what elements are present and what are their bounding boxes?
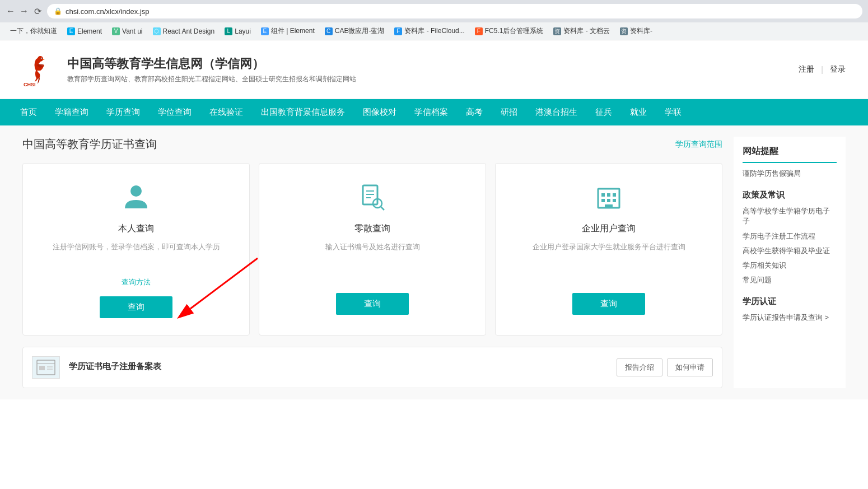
report-intro-btn[interactable]: 报告介绍 <box>617 358 662 376</box>
sidebar-cert-1[interactable]: 学历认证报告申请及查询 > <box>743 313 837 323</box>
bookmark-fc-favicon: F <box>475 27 483 35</box>
sidebar-policy-1[interactable]: 高等学校学生学籍学历电子子 <box>743 206 837 226</box>
bookmark-react-favicon: ⬡ <box>153 27 161 35</box>
bookmark-filecloud[interactable]: F 资料库 - FileCloud... <box>390 24 469 38</box>
bookmark-wky-label: 资料库 - 文档云 <box>563 26 610 36</box>
browser-chrome: ← → ⟳ 🔒 chsi.com.cn/xlcx/index.jsp <box>0 0 868 22</box>
bookmark-element[interactable]: E Element <box>63 25 106 38</box>
page-title-row: 中国高等教育学历证书查询 学历查询范围 <box>22 137 722 152</box>
svg-point-0 <box>38 56 43 62</box>
header-divider: | <box>821 65 823 74</box>
scattered-query-card: 零散查询 输入证书编号及姓名进行查询 查询 <box>259 163 486 336</box>
svg-rect-17 <box>613 199 616 202</box>
bookmark-element-label: Element <box>77 27 102 35</box>
bookmark-cae-favicon: C <box>325 27 333 35</box>
enterprise-query-btn[interactable]: 查询 <box>572 293 645 315</box>
policy-section: 政策及常识 高等学校学生学籍学历电子子 学历电子注册工作流程 高校学生获得学籍及… <box>743 190 837 285</box>
bottom-thumbnail <box>32 356 60 379</box>
nav-zhengbing[interactable]: 征兵 <box>586 99 621 125</box>
logo-area: CHSI 中国高等教育学生信息网（学信网） 教育部学历查询网站、教育部高校招生阳… <box>22 52 356 87</box>
personal-card-desc: 注册学信网账号，登录学信档案，即可查询本人学历 <box>53 241 220 268</box>
nav-abroad[interactable]: 出国教育背景信息服务 <box>252 99 354 125</box>
website-reminder-title: 网站提醒 <box>743 146 837 163</box>
logo-text-block: 中国高等教育学生信息网（学信网） 教育部学历查询网站、教育部高校招生阳光工程指定… <box>67 55 356 84</box>
svg-rect-12 <box>601 193 605 197</box>
register-link[interactable]: 注册 <box>799 64 814 74</box>
policy-title: 政策及常识 <box>743 190 837 201</box>
lock-icon: 🔒 <box>54 7 62 15</box>
back-icon[interactable]: ← <box>6 6 16 16</box>
sidebar-reminder-1[interactable]: 谨防学历售假骗局 <box>743 169 837 179</box>
reload-icon[interactable]: ⟳ <box>32 6 43 16</box>
scattered-query-btn[interactable]: 查询 <box>336 293 409 315</box>
enterprise-card-desc: 企业用户登录国家大学生就业服务平台进行查询 <box>533 241 685 268</box>
nav-xueli[interactable]: 学历查询 <box>97 99 149 125</box>
forward-icon[interactable]: → <box>19 6 29 16</box>
address-bar[interactable]: 🔒 chsi.com.cn/xlcx/index.jsp <box>47 4 862 18</box>
sidebar-policy-3[interactable]: 高校学生获得学籍及毕业证 <box>743 246 837 256</box>
bookmark-fc[interactable]: F FC5.1后台管理系统 <box>470 24 548 38</box>
bookmark-filecloud-label: 资料库 - FileCloud... <box>404 26 464 36</box>
header-actions: 注册 | 登录 <box>799 64 846 74</box>
bookmark-element2-label: 组件 | Element <box>271 26 315 36</box>
nav-verify[interactable]: 在线验证 <box>200 99 252 125</box>
nav-archive[interactable]: 学信档案 <box>405 99 457 125</box>
scattered-card-desc: 输入证书编号及姓名进行查询 <box>325 241 420 268</box>
svg-text:CHSI: CHSI <box>24 82 36 87</box>
bookmark-vant[interactable]: V Vant ui <box>108 25 147 38</box>
cert-section: 学历认证 学历认证报告申请及查询 > <box>743 296 837 323</box>
main-nav: 首页 学籍查询 学历查询 学位查询 在线验证 出国教育背景信息服务 图像校对 学… <box>0 99 868 125</box>
personal-query-link[interactable]: 查询方法 <box>122 277 151 287</box>
website-reminder-section: 网站提醒 谨防学历售假骗局 <box>743 146 837 179</box>
cards-container: 本人查询 注册学信网账号，登录学信档案，即可查询本人学历 查询方法 查询 <box>22 163 722 336</box>
how-to-apply-btn[interactable]: 如何申请 <box>667 358 713 376</box>
svg-rect-14 <box>613 193 616 197</box>
bookmark-blank[interactable]: 一下，你就知道 <box>6 24 62 38</box>
cert-title: 学历认证 <box>743 296 837 307</box>
nav-ganao[interactable]: 港澳台招生 <box>526 99 586 125</box>
enterprise-query-card: 企业用户查询 企业用户登录国家大学生就业服务平台进行查询 查询 <box>495 163 722 336</box>
svg-point-4 <box>130 185 142 197</box>
bookmark-blank-label: 一下，你就知道 <box>10 26 57 36</box>
nav-yanjia[interactable]: 研招 <box>492 99 526 125</box>
nav-xuewei[interactable]: 学位查询 <box>149 99 200 125</box>
bookmark-element2[interactable]: E 组件 | Element <box>256 24 319 38</box>
enterprise-icon <box>592 180 626 214</box>
nav-xuelian[interactable]: 学联 <box>656 99 690 125</box>
nav-home[interactable]: 首页 <box>11 99 46 125</box>
svg-point-2 <box>41 58 42 58</box>
bookmark-fc-label: FC5.1后台管理系统 <box>485 26 544 36</box>
bottom-section: 学历证书电子注册备案表 报告介绍 如何申请 <box>22 347 722 388</box>
site-subtitle: 教育部学历查询网站、教育部高校招生阳光工程指定网站、全国硕士研究生招报名和调剂指… <box>67 74 356 84</box>
bookmark-react[interactable]: ⬡ React Ant Design <box>148 25 220 38</box>
scattered-card-title: 零散查询 <box>354 223 390 235</box>
bookmark-vant-favicon: V <box>112 27 120 35</box>
bottom-title: 学历证书电子注册备案表 <box>69 361 161 372</box>
svg-rect-23 <box>39 366 45 370</box>
bookmark-layui[interactable]: L Layui <box>220 25 255 38</box>
sidebar-policy-4[interactable]: 学历相关知识 <box>743 260 837 271</box>
nav-image[interactable]: 图像校对 <box>354 99 405 125</box>
bottom-text-block: 学历证书电子注册备案表 <box>69 361 161 374</box>
nav-jiuye[interactable]: 就业 <box>621 99 656 125</box>
nav-xuji[interactable]: 学籍查询 <box>46 99 97 125</box>
bottom-actions: 报告介绍 如何申请 <box>617 358 713 376</box>
bookmark-wky[interactable]: 资 资料库 - 文档云 <box>549 24 614 38</box>
site-name: 中国高等教育学生信息网（学信网） <box>67 55 356 72</box>
content-left: 中国高等教育学历证书查询 学历查询范围 本人查 <box>22 137 722 388</box>
nav-gaokao[interactable]: 高考 <box>457 99 492 125</box>
bookmark-cae[interactable]: C CAE微应用-蓝湖 <box>320 24 389 38</box>
bookmark-wky2[interactable]: 资 资料库- <box>615 24 657 38</box>
scope-link[interactable]: 学历查询范围 <box>675 139 722 150</box>
address-text: chsi.com.cn/xlcx/index.jsp <box>66 7 150 16</box>
sidebar-policy-2[interactable]: 学历电子注册工作流程 <box>743 231 837 241</box>
bookmark-layui-label: Layui <box>235 27 251 35</box>
main-content: 中国高等教育学历证书查询 学历查询范围 本人查 <box>0 125 868 399</box>
svg-rect-15 <box>601 199 605 202</box>
svg-rect-16 <box>607 199 610 202</box>
personal-query-card: 本人查询 注册学信网账号，登录学信档案，即可查询本人学历 查询方法 查询 <box>22 163 250 336</box>
login-link[interactable]: 登录 <box>830 64 846 74</box>
sidebar-policy-5[interactable]: 常见问题 <box>743 275 837 285</box>
personal-query-btn[interactable]: 查询 <box>100 296 172 318</box>
scattered-icon <box>356 180 389 214</box>
